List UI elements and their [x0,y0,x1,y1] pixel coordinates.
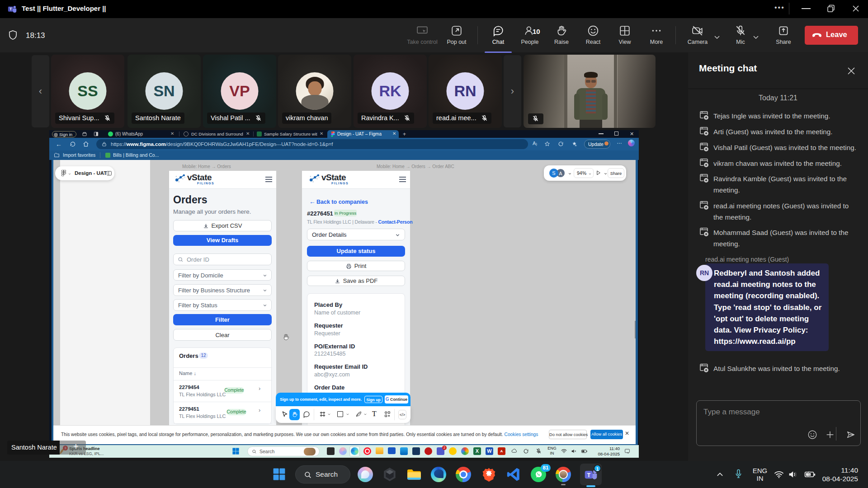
svg-text:T: T [587,472,591,479]
svg-text:T: T [9,7,12,11]
